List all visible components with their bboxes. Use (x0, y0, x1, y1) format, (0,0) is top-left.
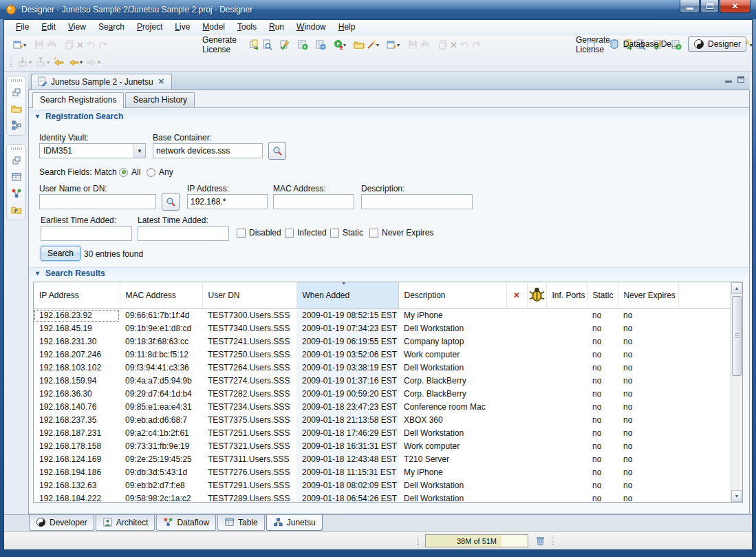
checkbox-box[interactable] (237, 229, 246, 238)
designer-perspective-button[interactable]: Designer (688, 36, 746, 52)
menu-help[interactable]: Help (332, 21, 362, 33)
table-row[interactable]: 192.168.23.9209:66:61:7b:1f:4dTEST7300.U… (34, 309, 731, 322)
subtab-search-history[interactable]: Search History (125, 92, 195, 107)
license-export-icon[interactable] (248, 37, 261, 52)
dropdown-arrow-icon[interactable]: ▾ (80, 59, 83, 65)
run-report-icon[interactable] (296, 37, 309, 52)
copy-icon[interactable] (437, 37, 449, 52)
table-row[interactable]: 192.168.45.1909:1b:9e:e1:d8:cdTEST7340.U… (34, 322, 731, 335)
description-input[interactable] (361, 194, 473, 209)
scroll-down-icon[interactable]: ▼ (731, 490, 742, 502)
checkbox-static[interactable]: Static (330, 228, 363, 238)
table-row[interactable]: 192.168.207.24609:11:8d:bc:f5:12TEST7250… (34, 348, 731, 361)
table-row[interactable]: 192.168.159.9409:4a:a7:d5:94:9bTEST7274.… (34, 375, 731, 388)
minimize-view-icon[interactable] (725, 81, 732, 83)
column-header-never-expires[interactable]: Never Expires (618, 282, 678, 309)
print-icon[interactable] (45, 37, 58, 52)
subtab-search-registrations[interactable]: Search Registrations (32, 92, 124, 108)
mac-input[interactable] (273, 194, 354, 209)
save-icon[interactable] (33, 37, 45, 52)
maximize-button[interactable] (700, 0, 719, 13)
checkbox-box[interactable] (285, 229, 294, 238)
browse-user-button[interactable] (162, 193, 180, 211)
radio-all[interactable] (119, 168, 128, 177)
table-row[interactable]: 192.168.194.18609:db:3d:5:43:1dTEST7276.… (34, 466, 731, 479)
redo-icon[interactable] (97, 37, 109, 52)
delete-icon[interactable]: ✕ (76, 37, 85, 52)
column-header-description[interactable]: Description (398, 282, 506, 309)
table-row[interactable]: 192.168.231.3009:18:3f:68:63:ccTEST7241.… (34, 335, 731, 348)
registration-search-header[interactable]: ▼ Registration Search (29, 108, 749, 123)
validate-icon[interactable] (279, 37, 291, 52)
radio-any[interactable] (147, 168, 155, 177)
print-icon[interactable] (419, 37, 431, 52)
checkbox-box[interactable] (369, 229, 378, 238)
table-row[interactable]: 192.168.178.15809:73:31:fb:9e:19TEST7321… (34, 440, 731, 453)
checkbox-infected[interactable]: Infected (285, 228, 327, 238)
menu-edit[interactable]: Edit (35, 21, 62, 33)
dropdown-arrow-icon[interactable]: ▾ (750, 42, 753, 48)
table-row[interactable]: 192.168.132.6309:eb:b2:d7:f:e8TEST7291.U… (34, 479, 731, 492)
chevron-down-icon[interactable]: ▼ (133, 144, 145, 158)
vertical-scrollbar[interactable]: ▲ ▼ (731, 282, 742, 502)
scroll-up-icon[interactable]: ▲ (731, 282, 742, 294)
bottom-tab-dataflow[interactable]: Dataflow (156, 515, 216, 531)
dropdown-arrow-icon[interactable]: ▾ (397, 42, 400, 48)
menu-file[interactable]: File (10, 21, 35, 33)
scrollbar-thumb[interactable] (732, 296, 742, 376)
column-header-inf-ports[interactable]: Inf. Ports (546, 282, 587, 309)
table-row[interactable]: 192.168.237.3509:eb:ad:d6:68:7TEST7375.U… (34, 414, 731, 427)
import-icon[interactable] (15, 54, 30, 70)
checkbox-disabled[interactable]: Disabled (237, 228, 281, 238)
table-row[interactable]: 192.168.103.10209:f3:94:41:c3:36TEST7264… (34, 361, 731, 375)
dataflow-icon[interactable] (10, 187, 23, 200)
restore-view-icon[interactable] (10, 86, 23, 98)
last-edit-location-icon[interactable] (51, 54, 66, 70)
license-search-icon[interactable] (261, 37, 273, 52)
close-button[interactable]: ✕ (720, 0, 750, 13)
delete-entry-icon[interactable]: ✕ (506, 282, 527, 309)
tab-close-icon[interactable]: ✕ (157, 77, 166, 86)
bottom-tab-developer[interactable]: Developer (29, 515, 94, 531)
ip-input[interactable] (187, 194, 268, 209)
column-header-ip-address[interactable]: IP Address (34, 282, 120, 309)
project-folder-icon[interactable]: P (10, 204, 23, 216)
menu-project[interactable]: Project (131, 21, 169, 33)
outline-icon[interactable] (10, 119, 23, 132)
drag-handle[interactable] (11, 79, 22, 82)
menu-window[interactable]: Window (290, 21, 332, 33)
column-header-user-dn[interactable]: User DN (202, 282, 296, 309)
table-row[interactable]: 192.168.187.23109:a2:c4:1b:2f:61TEST7251… (34, 427, 731, 440)
username-input[interactable] (39, 194, 156, 209)
base-container-input[interactable] (153, 143, 263, 158)
identity-vault-select[interactable]: IDM351 ▼ (39, 143, 146, 158)
open-folder-icon[interactable] (10, 103, 23, 115)
column-header-mac-address[interactable]: MAC Address (120, 282, 202, 309)
table-icon[interactable] (10, 171, 23, 183)
undo-icon[interactable] (458, 37, 471, 52)
infected-icon[interactable] (527, 282, 546, 309)
redo-icon[interactable] (471, 37, 483, 52)
dropdown-arrow-icon[interactable]: ▾ (343, 42, 346, 48)
restore-view-icon[interactable] (10, 154, 23, 167)
menu-run[interactable]: Run (263, 21, 290, 33)
table-row[interactable]: 192.168.36.3009:29:d7:64:1d:b4TEST7282.U… (34, 388, 731, 401)
drag-handle[interactable] (11, 147, 22, 150)
latest-input[interactable] (138, 226, 229, 241)
minimize-button[interactable] (680, 0, 700, 13)
delete-icon[interactable]: ✕ (449, 37, 458, 52)
earliest-input[interactable] (41, 226, 132, 241)
save-icon[interactable] (407, 37, 419, 52)
back-icon[interactable] (66, 54, 81, 70)
search-button[interactable]: Search (41, 246, 80, 261)
undo-icon[interactable] (85, 37, 97, 52)
checkbox-box[interactable] (330, 229, 339, 238)
browse-container-button[interactable] (268, 142, 286, 160)
bottom-tab-table[interactable]: Table (217, 515, 265, 531)
table-row[interactable]: 192.168.140.7609:85:e1:ea:e4:31TEST7234.… (34, 401, 731, 414)
menu-view[interactable]: View (62, 21, 92, 33)
menu-model[interactable]: Model (196, 21, 231, 33)
editor-tab[interactable]: Junetsu Sample 2 - Junetsu ✕ (31, 74, 172, 90)
forward-icon[interactable] (84, 54, 99, 70)
checkbox-never-expires[interactable]: Never Expires (369, 228, 433, 238)
